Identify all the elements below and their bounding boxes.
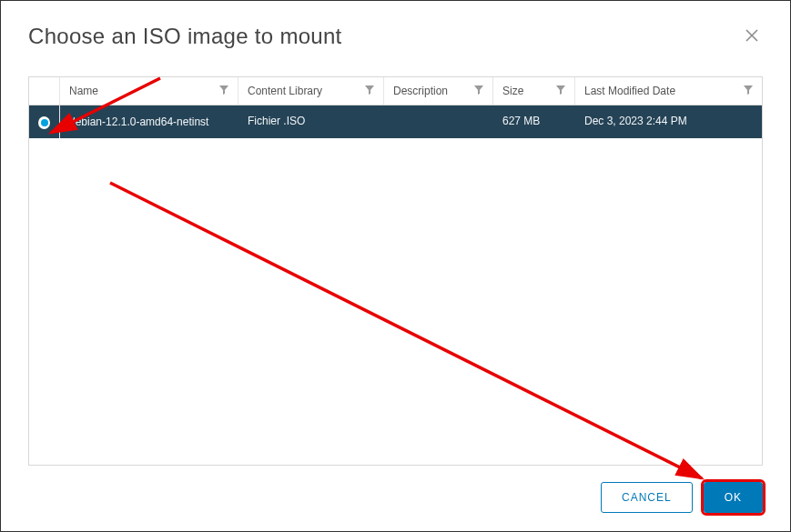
- column-name[interactable]: Name: [60, 77, 238, 105]
- filter-icon[interactable]: [365, 85, 374, 96]
- filter-icon[interactable]: [219, 85, 228, 96]
- column-select: [29, 77, 60, 105]
- iso-mount-dialog: Choose an ISO image to mount Name Conten…: [1, 1, 790, 531]
- column-content-library[interactable]: Content Library: [238, 77, 384, 105]
- column-description[interactable]: Description: [384, 77, 493, 105]
- table-header: Name Content Library Description Size: [29, 77, 762, 105]
- close-icon[interactable]: [741, 24, 763, 49]
- column-size-label: Size: [502, 85, 523, 97]
- cancel-button[interactable]: CANCEL: [601, 482, 693, 513]
- dialog-footer: CANCEL OK: [28, 466, 763, 513]
- dialog-header: Choose an ISO image to mount: [28, 24, 763, 49]
- ok-button[interactable]: OK: [704, 482, 763, 513]
- column-name-label: Name: [69, 85, 98, 97]
- iso-table: Name Content Library Description Size: [28, 76, 763, 466]
- row-radio[interactable]: [29, 105, 60, 138]
- radio-selected-icon: [38, 116, 50, 129]
- cell-last-modified: Dec 3, 2023 2:44 PM: [575, 105, 762, 138]
- column-description-label: Description: [393, 85, 448, 97]
- filter-icon[interactable]: [556, 85, 565, 96]
- cell-name: debian-12.1.0-amd64-netinst: [60, 105, 238, 138]
- cell-description: [384, 105, 493, 138]
- cell-size: 627 MB: [493, 105, 575, 138]
- cell-content-library: Fichier .ISO: [238, 105, 384, 138]
- column-content-library-label: Content Library: [248, 85, 322, 97]
- dialog-title: Choose an ISO image to mount: [28, 24, 342, 49]
- column-last-modified[interactable]: Last Modified Date: [575, 77, 762, 105]
- filter-icon[interactable]: [474, 85, 483, 96]
- table-body: debian-12.1.0-amd64-netinst Fichier .ISO…: [29, 105, 762, 465]
- column-size[interactable]: Size: [493, 77, 575, 105]
- filter-icon[interactable]: [744, 85, 753, 96]
- table-row[interactable]: debian-12.1.0-amd64-netinst Fichier .ISO…: [29, 105, 762, 138]
- column-last-modified-label: Last Modified Date: [584, 85, 675, 97]
